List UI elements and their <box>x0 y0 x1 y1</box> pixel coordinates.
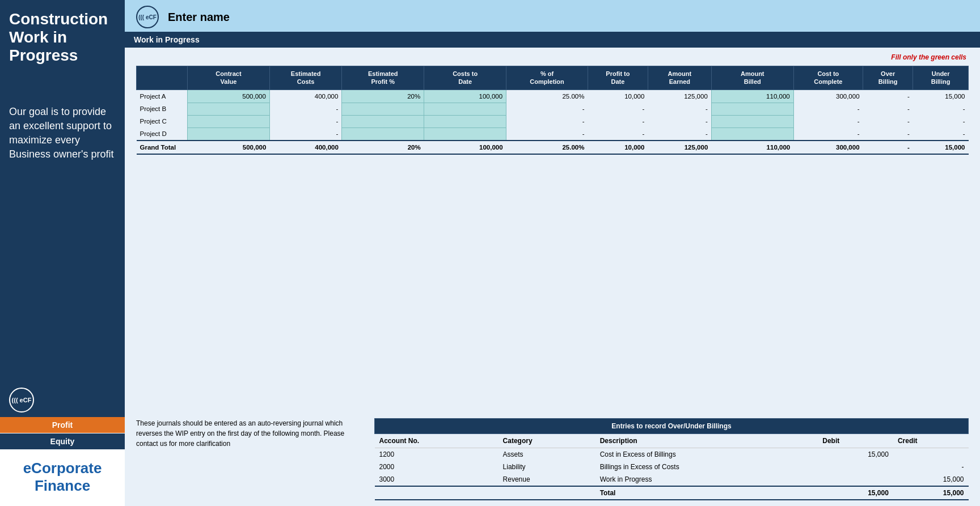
cell-amount_billed[interactable] <box>711 103 793 115</box>
grand-total-cell-under_billing: 15,000 <box>913 141 969 154</box>
grand-total-cell-over_billing: - <box>863 141 913 154</box>
row-label: Project A <box>137 90 188 103</box>
cell-pct_completion: 25.00% <box>506 90 588 103</box>
cell-contract_value[interactable]: 500,000 <box>188 90 270 103</box>
col-amount-billed: Amount Billed <box>711 66 793 90</box>
grand-total-cell-cost_to_complete: 300,000 <box>793 141 863 154</box>
cell-amount_earned: - <box>648 127 711 141</box>
header-subtitle: Work in Progress <box>125 32 980 48</box>
sidebar-brand: eCorporate Finance <box>0 449 125 506</box>
entries-row: 1200AssetsCost in Excess of Billings15,0… <box>375 448 969 461</box>
col-costs-to-date: Costs to Date <box>424 66 506 90</box>
cell-estimated_costs: 400,000 <box>269 90 341 103</box>
entries-table-wrap: Entries to record Over/Under Billings Ac… <box>374 418 969 500</box>
main-content: ((( eCF Enter name Work in Progress Fill… <box>125 0 980 506</box>
cell-profit_to_date: - <box>588 115 648 127</box>
cell-amount_billed[interactable]: 110,000 <box>711 90 793 103</box>
sidebar-profit-equity: Profit Equity <box>0 417 125 449</box>
cell-estimated_costs: - <box>269 103 341 115</box>
cell-pct_completion: - <box>506 127 588 141</box>
entry-cell-debit <box>818 473 893 486</box>
journal-note: These journals should be entered as an a… <box>136 418 363 449</box>
cell-cost_to_complete: - <box>793 103 863 115</box>
table-row: Project B------- <box>137 103 969 115</box>
wip-table: Contract Value Estimated Costs Estimated… <box>136 66 969 155</box>
cell-amount_earned: - <box>648 115 711 127</box>
cell-pct_completion: - <box>506 103 588 115</box>
cell-amount_billed[interactable] <box>711 127 793 141</box>
col-estimated-profit: Estimated Profit % <box>342 66 424 90</box>
cell-costs_to_date[interactable] <box>424 115 506 127</box>
col-contract-value: Contract Value <box>188 66 270 90</box>
cell-costs_to_date[interactable] <box>424 103 506 115</box>
grand-total-cell-contract_value: 500,000 <box>188 141 270 154</box>
entry-cell-category: Assets <box>499 448 595 461</box>
entries-col-credit: Credit <box>893 434 969 448</box>
entries-col-description: Description <box>595 434 818 448</box>
grand-total-cell-amount_earned: 125,000 <box>648 141 711 154</box>
cell-estimated_costs: - <box>269 127 341 141</box>
cell-contract_value[interactable] <box>188 103 270 115</box>
content-area: Fill only the green cells Contract Value… <box>125 48 980 413</box>
entry-cell-category: Liability <box>499 461 595 473</box>
header-top: ((( eCF Enter name <box>136 6 969 32</box>
table-row: Project D------- <box>137 127 969 141</box>
brand-line2: Finance <box>35 477 90 494</box>
cell-pct_completion: - <box>506 115 588 127</box>
cell-over_billing: - <box>863 115 913 127</box>
entries-col-debit: Debit <box>818 434 893 448</box>
entries-header-row: Entries to record Over/Under Billings <box>375 419 969 434</box>
cell-amount_earned: - <box>648 103 711 115</box>
cell-contract_value[interactable] <box>188 127 270 141</box>
table-header-row: Contract Value Estimated Costs Estimated… <box>137 66 969 90</box>
col-over-billing: Over Billing <box>863 66 913 90</box>
col-label <box>137 66 188 90</box>
cell-profit_to_date: - <box>588 127 648 141</box>
grand-total-cell-profit_to_date: 10,000 <box>588 141 648 154</box>
entry-cell-debit <box>818 461 893 473</box>
cell-contract_value[interactable] <box>188 115 270 127</box>
entries-table: Entries to record Over/Under Billings Ac… <box>374 418 969 500</box>
cell-over_billing: - <box>863 103 913 115</box>
cell-over_billing: - <box>863 90 913 103</box>
col-cost-to-complete: Cost to Complete <box>793 66 863 90</box>
grand-total-cell-amount_billed: 110,000 <box>711 141 793 154</box>
cell-profit_to_date: - <box>588 103 648 115</box>
cell-under_billing: 15,000 <box>913 90 969 103</box>
cell-cost_to_complete: 300,000 <box>793 90 863 103</box>
fill-note: Fill only the green cells <box>136 53 969 61</box>
cell-estimated_costs: - <box>269 115 341 127</box>
row-label: Project D <box>137 127 188 141</box>
entry-cell-credit: - <box>893 461 969 473</box>
company-name-field[interactable]: Enter name <box>168 11 230 24</box>
grand-total-cell-costs_to_date: 100,000 <box>424 141 506 154</box>
cell-under_billing: - <box>913 115 969 127</box>
cell-costs_to_date[interactable] <box>424 127 506 141</box>
cell-cost_to_complete: - <box>793 115 863 127</box>
entries-row: 2000LiabilityBillings in Excess of Costs… <box>375 461 969 473</box>
entry-cell-debit: 15,000 <box>818 448 893 461</box>
grand-total-label: Grand Total <box>137 141 188 154</box>
entry-cell-account: 1200 <box>375 448 499 461</box>
entry-cell-description: Cost in Excess of Billings <box>595 448 818 461</box>
table-row: Project C------- <box>137 115 969 127</box>
grand-total-cell-estimated_costs: 400,000 <box>269 141 341 154</box>
cell-estimated_profit_pct[interactable]: 20% <box>342 90 424 103</box>
entries-total-row: Total15,00015,000 <box>375 486 969 500</box>
cell-amount_billed[interactable] <box>711 115 793 127</box>
cell-over_billing: - <box>863 127 913 141</box>
entry-cell-credit <box>893 448 969 461</box>
entry-cell-credit: 15,000 <box>893 473 969 486</box>
profit-label: Profit <box>0 417 125 433</box>
entry-cell-description: Work in Progress <box>595 473 818 486</box>
sidebar-ecf-badge: ((( eCF <box>9 388 34 413</box>
cell-estimated_profit_pct[interactable] <box>342 103 424 115</box>
cell-costs_to_date[interactable]: 100,000 <box>424 90 506 103</box>
grand-total-row: Grand Total500,000400,00020%100,00025.00… <box>137 141 969 154</box>
cell-estimated_profit_pct[interactable] <box>342 127 424 141</box>
entries-title: Entries to record Over/Under Billings <box>375 419 969 434</box>
entries-row: 3000RevenueWork in Progress15,000 <box>375 473 969 486</box>
header: ((( eCF Enter name Work in Progress <box>125 0 980 48</box>
cell-estimated_profit_pct[interactable] <box>342 115 424 127</box>
row-label: Project C <box>137 115 188 127</box>
